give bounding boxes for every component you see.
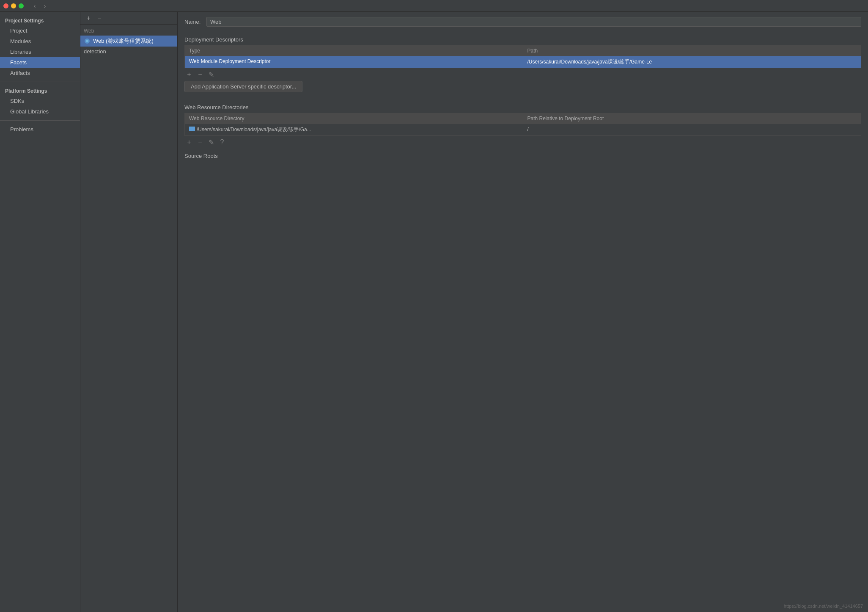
web-resource-toolbar: + − ✎ ? — [178, 136, 868, 149]
deployment-descriptors-title: Deployment Descriptors — [178, 32, 868, 45]
forward-button[interactable]: › — [41, 2, 49, 10]
add-descriptor-button[interactable]: Add Application Server specific descript… — [184, 81, 302, 92]
web-resource-table-row[interactable]: /Users/sakurai/Downloads/java/java课设/练手/… — [185, 124, 861, 135]
web-resource-col-path: Path Relative to Deployment Root — [523, 113, 861, 124]
add-descriptor-container: Add Application Server specific descript… — [178, 81, 868, 100]
tree-item-web-facet[interactable]: Web (游戏账号租赁系统) — [80, 36, 177, 47]
traffic-lights — [3, 3, 24, 8]
deployment-col-path: Path — [523, 46, 861, 56]
edit-deployment-button[interactable]: ✎ — [206, 70, 216, 79]
deployment-cell-type: Web Module Deployment Descriptor — [185, 56, 523, 68]
name-row: Name: — [178, 12, 868, 32]
deployment-toolbar: + − ✎ — [178, 68, 868, 81]
sidebar-item-global-libraries[interactable]: Global Libraries — [0, 106, 80, 117]
remove-facet-button[interactable]: − — [95, 14, 104, 23]
tree-item-detection[interactable]: detection — [80, 47, 177, 56]
name-input[interactable] — [206, 17, 861, 27]
sidebar: Project Settings Project Modules Librari… — [0, 12, 80, 612]
remove-deployment-button[interactable]: − — [195, 70, 205, 79]
sidebar-item-modules[interactable]: Modules — [0, 36, 80, 47]
sidebar-item-libraries[interactable]: Libraries — [0, 47, 80, 57]
platform-settings-header: Platform Settings — [0, 85, 80, 96]
deployment-table: Type Path Web Module Deployment Descript… — [184, 45, 861, 68]
edit-web-resource-button[interactable]: ✎ — [206, 138, 216, 147]
sidebar-item-sdks[interactable]: SDKs — [0, 96, 80, 106]
web-resource-table-header: Web Resource Directory Path Relative to … — [185, 113, 861, 124]
add-deployment-button[interactable]: + — [184, 70, 194, 79]
help-web-resource-button[interactable]: ? — [217, 138, 227, 147]
title-bar: ‹ › — [0, 0, 868, 12]
name-label: Name: — [184, 19, 201, 25]
middle-toolbar: + − — [80, 12, 177, 25]
middle-panel: + − Web Web (游戏账号租赁系统) detection — [80, 12, 178, 612]
close-button[interactable] — [3, 3, 8, 8]
source-roots-title: Source Roots — [178, 149, 868, 162]
sidebar-item-facets[interactable]: Facets — [0, 57, 80, 68]
sidebar-item-artifacts[interactable]: Artifacts — [0, 68, 80, 78]
deployment-table-row[interactable]: Web Module Deployment Descriptor /Users/… — [185, 56, 861, 68]
sidebar-item-problems[interactable]: Problems — [0, 124, 80, 135]
add-facet-button[interactable]: + — [84, 14, 93, 23]
nav-buttons: ‹ › — [30, 2, 49, 10]
tree-item-web-label: Web (游戏账号租赁系统) — [93, 37, 154, 45]
svg-point-1 — [86, 40, 88, 42]
web-resource-cell-path: / — [523, 124, 861, 135]
tree-section-web: Web — [80, 26, 177, 36]
add-web-resource-button[interactable]: + — [184, 138, 194, 147]
folder-icon — [189, 127, 195, 131]
remove-web-resource-button[interactable]: − — [195, 138, 205, 147]
web-resource-dir-text: /Users/sakurai/Downloads/java/java课设/练手/… — [197, 127, 311, 132]
facet-tree: Web Web (游戏账号租赁系统) detection — [80, 25, 177, 612]
watermark: https://blog.csdn.net/weixin_41414657 — [784, 604, 863, 609]
minimize-button[interactable] — [11, 3, 16, 8]
deployment-cell-path: /Users/sakurai/Downloads/java/java课设/练手/… — [523, 56, 861, 68]
web-resource-table: Web Resource Directory Path Relative to … — [184, 113, 861, 136]
web-resource-cell-dir: /Users/sakurai/Downloads/java/java课设/练手/… — [185, 124, 523, 135]
app-window: ‹ › Project Settings Project Modules Lib… — [0, 0, 868, 612]
deployment-col-type: Type — [185, 46, 523, 56]
web-facet-icon — [84, 38, 91, 44]
project-settings-header: Project Settings — [0, 15, 80, 25]
tree-item-detection-label: detection — [84, 48, 106, 55]
sidebar-item-project[interactable]: Project — [0, 25, 80, 36]
web-resource-col-dir: Web Resource Directory — [185, 113, 523, 124]
maximize-button[interactable] — [19, 3, 24, 8]
back-button[interactable]: ‹ — [30, 2, 39, 10]
deployment-table-header: Type Path — [185, 46, 861, 56]
sidebar-divider-2 — [0, 120, 80, 121]
sidebar-divider — [0, 82, 80, 82]
web-resource-dir-title: Web Resource Directories — [178, 100, 868, 113]
detail-panel: Name: Deployment Descriptors Type Path W… — [178, 12, 868, 612]
main-content: Project Settings Project Modules Librari… — [0, 12, 868, 612]
